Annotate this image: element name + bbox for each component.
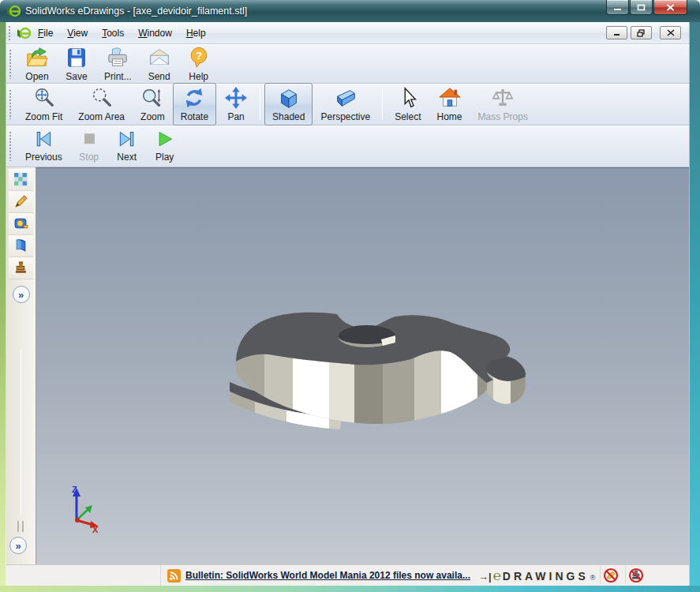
sidebar-resize-grip[interactable] [17,521,24,532]
send-button[interactable]: Send [140,43,179,85]
toolbar-grip[interactable] [9,89,12,119]
stop-label: Stop [79,152,99,163]
edrawings-wordmark-text: DRAWINGS [503,570,589,583]
rotate-label: Rotate [181,111,208,122]
edrawings-window: SolidWorks eDrawings - [axe_devidoir_fil… [0,0,700,592]
edrawings-e-logo: ℮ [493,569,501,583]
play-button[interactable]: Play [146,126,184,166]
skip-next-icon [116,129,138,150]
minimize-icon [613,4,622,11]
help-icon: ? [187,46,211,69]
markup-pencil-icon [13,194,28,209]
toolbar-animation: Previous Stop Next Play [6,126,689,167]
home-button[interactable]: Home [429,83,470,126]
menu-file[interactable]: File [31,24,60,42]
shaded-label: Shaded [272,111,305,122]
document-minimize-button[interactable] [606,26,627,39]
perspective-icon [334,86,357,110]
stamp-icon [13,260,28,275]
chevron-expand-icon: » [15,540,21,552]
zoom-icon [140,86,164,110]
titlebar[interactable]: SolidWorks eDrawings - [axe_devidoir_fil… [0,0,700,22]
document-restore-button[interactable] [631,26,652,39]
sidebar-measure-button[interactable] [9,213,33,235]
close-icon [666,4,675,11]
sidebar-section-button[interactable] [9,235,33,257]
toolbar-grip[interactable] [9,131,12,161]
help-label: Help [189,71,208,82]
next-label: Next [117,152,137,163]
statusbar: Bulletin: SolidWorks World Model Mania 2… [6,564,689,586]
rotate-button[interactable]: Rotate [173,83,216,126]
help-button[interactable]: ? Help [179,43,219,85]
next-button[interactable]: Next [108,126,146,166]
model-viewport-canvas[interactable]: Z X [36,167,689,564]
menu-view[interactable]: View [60,24,95,42]
mass-props-icon [491,86,515,110]
open-label: Open [25,71,48,82]
minimize-button[interactable] [606,0,629,15]
zoom-button[interactable]: Zoom [133,83,173,126]
play-label: Play [155,152,174,163]
sidebar-splitter[interactable] [21,349,21,515]
x-axis-label: X [92,525,99,533]
markup-disabled-indicator[interactable] [600,567,620,584]
stop-button[interactable]: Stop [70,126,108,166]
registered-mark: ® [590,574,596,582]
model-3d-part [228,306,528,437]
open-button[interactable]: Open [17,43,57,85]
sidebar-panel-strip: » » [6,167,36,564]
maximize-button[interactable] [630,0,653,15]
pan-button[interactable]: Pan [216,83,256,126]
bulletin-link[interactable]: Bulletin: SolidWorks World Model Mania 2… [185,570,470,581]
open-folder-icon [25,46,49,69]
home-icon [438,86,462,110]
zoom-area-label: Zoom Area [78,111,125,122]
menubar-grip[interactable] [8,25,11,41]
menu-help[interactable]: Help [179,24,213,42]
zoom-label: Zoom [140,111,165,122]
document-restore-icon [637,29,646,37]
menu-window[interactable]: Window [131,24,179,42]
menu-tools[interactable]: Tools [95,24,131,42]
axis-triad: Z X [66,484,100,533]
edrawings-wordmark: →| ℮ DRAWINGS ® [478,569,595,583]
perspective-button[interactable]: Perspective [313,83,378,126]
chevron-expand-icon: » [18,289,24,301]
zoom-fit-icon [32,86,56,110]
logo-arrow-icon: →| [478,571,492,583]
send-email-icon [148,46,171,69]
select-label: Select [395,111,421,122]
measure-tape-icon [13,216,28,231]
no-stamp-icon [628,568,644,583]
edrawings-logo-icon [6,4,21,18]
previous-label: Previous [25,152,62,163]
perspective-label: Perspective [320,111,370,122]
sidebar-stamp-button[interactable] [9,257,33,279]
sidebar-markup-button[interactable] [9,191,33,213]
zoom-fit-button[interactable]: Zoom Fit [17,83,70,126]
skip-previous-icon [32,129,54,150]
document-close-button[interactable] [660,26,681,39]
select-button[interactable]: Select [387,83,429,126]
mass-props-button[interactable]: Mass Props [470,83,536,126]
document-close-icon [667,29,675,36]
window-frame-bottom [0,586,700,592]
window-frame-left [0,22,6,586]
toolbar-separator [382,88,383,120]
sidebar-expand-bottom-button[interactable]: » [9,537,27,554]
sidebar-components-button[interactable] [9,169,33,191]
shaded-button[interactable]: Shaded [264,83,313,126]
window-frame-right [689,22,700,586]
save-button[interactable]: Save [57,43,96,85]
statusbar-bulletin-group: Bulletin: SolidWorks World Model Mania 2… [161,567,652,584]
sidebar-expand-button[interactable]: » [13,286,30,303]
zoom-fit-label: Zoom Fit [25,111,62,122]
stamp-disabled-indicator[interactable] [625,567,646,584]
close-button[interactable] [653,0,687,15]
toolbar-grip[interactable] [9,49,12,79]
pan-icon [224,86,248,110]
zoom-area-button[interactable]: Zoom Area [70,83,133,126]
previous-button[interactable]: Previous [17,126,70,166]
print-button[interactable]: Print... [96,43,140,85]
